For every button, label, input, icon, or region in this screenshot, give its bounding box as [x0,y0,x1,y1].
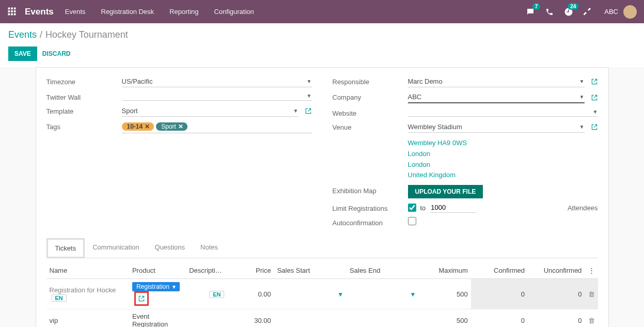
cell-product[interactable]: Event Registration [129,309,186,327]
cell-maximum[interactable]: 500 [419,309,470,327]
tags-input[interactable]: 10-14 ✕ Sport ✕ [122,121,312,133]
venue-select[interactable]: Wembley Stadium ▼ [408,121,585,133]
nav-registration-desk[interactable]: Registration Desk [101,8,154,15]
discard-button[interactable]: DISCARD [42,50,71,57]
cell-price[interactable]: 0.00 [227,279,274,309]
phone-icon[interactable] [545,8,554,16]
external-link-icon[interactable] [591,78,598,85]
caret-down-icon: ▼ [410,291,416,298]
apps-icon[interactable] [7,7,18,17]
tag-text: Sport [161,123,176,130]
caret-down-icon: ▼ [307,79,312,84]
cell-price[interactable]: 30.00 [227,309,274,327]
col-sales-end[interactable]: Sales End [347,262,419,279]
tab-questions[interactable]: Questions [147,238,193,258]
col-price[interactable]: Price [227,262,274,279]
activities-icon[interactable]: 24 [564,7,573,17]
twitter-select[interactable]: ▼ [122,91,312,101]
cell-sales-start[interactable] [274,309,347,327]
col-confirmed[interactable]: Confirmed [471,262,528,279]
tags-label: Tags [46,121,122,131]
form-sheet: Timezone US/Pacific ▼ Twitter Wall ▼ Tem… [36,67,609,327]
caret-down-icon: ▼ [579,94,585,100]
breadcrumb-root[interactable]: Events [8,29,37,40]
tag-remove-icon[interactable]: ✕ [145,123,150,130]
svg-rect-0 [8,7,10,9]
responsible-select[interactable]: Marc Demo ▼ [408,76,585,87]
address-line: London [408,149,467,160]
venue-value: Wembley Stadium [408,123,462,131]
cell-name[interactable]: Registration for Hocke EN [46,279,129,309]
cell-sales-end[interactable]: ▼ [347,279,419,309]
svg-rect-4 [11,10,13,12]
svg-rect-6 [8,13,10,15]
external-link-icon[interactable] [591,123,598,131]
tab-tickets[interactable]: Tickets [46,238,85,258]
user-label[interactable]: ABC [604,8,618,15]
cell-confirmed: 0 [471,309,528,327]
tag-item[interactable]: 10-14 ✕ [122,122,154,131]
tab-notes[interactable]: Notes [193,238,226,258]
cell-description[interactable]: EN [186,279,227,309]
autoconfirmation-label: Autoconfirmation [333,217,408,227]
tab-communication[interactable]: Communication [85,238,147,258]
tag-text: 10-14 [127,123,143,130]
cell-unconfirmed: 0 [528,279,585,309]
tag-item[interactable]: Sport ✕ [156,122,187,131]
svg-rect-7 [11,13,13,15]
timezone-select[interactable]: US/Pacific ▼ [122,76,312,87]
limit-registrations-checkbox[interactable] [408,204,416,212]
product-select[interactable]: Registration ▼ [132,282,180,291]
breadcrumb-sep: / [40,29,42,40]
brand-label[interactable]: Events [25,7,54,17]
autoconfirmation-checkbox[interactable] [408,217,416,225]
external-link-icon[interactable] [591,94,598,101]
exhibition-map-label: Exhibition Map [333,185,408,195]
external-link-icon[interactable] [305,107,312,115]
lang-badge[interactable]: EN [52,294,67,302]
twitter-label: Twitter Wall [46,91,122,101]
form-right-column: Responsible Marc Demo ▼ Company ABC ▼ [333,74,598,229]
caret-down-icon: ▼ [579,124,585,130]
breadcrumb-current: Hockey Tournament [45,29,128,40]
cell-name[interactable]: vip [46,309,129,327]
nav-configuration[interactable]: Configuration [214,8,254,15]
cell-sales-start[interactable]: ▼ [274,279,347,309]
cell-description[interactable] [186,309,227,327]
company-select[interactable]: ABC ▼ [408,91,585,103]
template-label: Template [46,105,122,115]
external-link-icon[interactable] [134,291,149,306]
website-label: Website [333,107,408,117]
upload-file-button[interactable]: UPLOAD YOUR FILE [408,185,483,198]
col-menu[interactable]: ⋮ [585,262,598,279]
col-unconfirmed[interactable]: Unconfirmed [528,262,585,279]
cell-product[interactable]: Registration ▼ [129,279,186,309]
cell-maximum[interactable]: 500 [419,279,470,309]
messages-icon[interactable]: 7 [526,7,535,17]
tools-icon[interactable] [584,8,592,16]
svg-rect-8 [14,13,16,15]
avatar[interactable] [623,5,637,19]
template-select[interactable]: Sport ▼ [122,105,299,117]
tag-remove-icon[interactable]: ✕ [178,123,183,130]
col-product[interactable]: Product [129,262,186,279]
cell-sales-end[interactable] [347,309,419,327]
nav-events[interactable]: Events [65,8,86,15]
col-description[interactable]: Descripti… [186,262,227,279]
delete-row-icon[interactable]: 🗑 [588,290,595,298]
svg-rect-5 [14,10,16,12]
tickets-table: Name Product Descripti… Price Sales Star… [46,262,598,327]
save-button[interactable]: SAVE [8,46,37,61]
col-name[interactable]: Name [46,262,129,279]
limit-value-input[interactable] [430,203,476,213]
caret-down-icon: ▼ [293,108,299,114]
lang-badge[interactable]: EN [209,291,224,298]
table-row[interactable]: Registration for Hocke EN Registration ▼… [46,279,598,309]
col-sales-start[interactable]: Sales Start [274,262,347,279]
breadcrumb-bar: Events / Hockey Tournament [0,23,644,43]
table-row[interactable]: vip Event Registration 30.00 500 0 0 🗑 [46,309,598,327]
delete-row-icon[interactable]: 🗑 [588,317,595,324]
col-maximum[interactable]: Maximum [419,262,470,279]
website-select[interactable]: ▼ [408,107,598,117]
nav-reporting[interactable]: Reporting [169,8,198,15]
